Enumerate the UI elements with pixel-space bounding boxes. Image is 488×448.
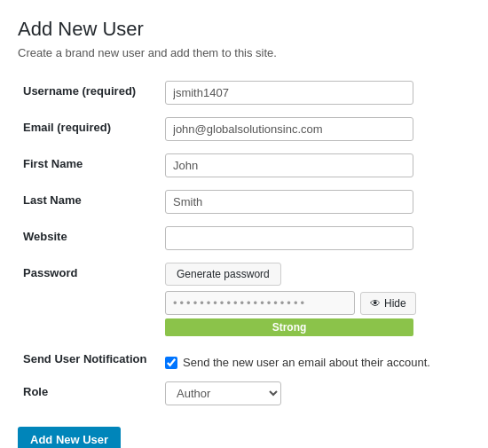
lastname-label: Last Name xyxy=(18,185,160,221)
username-row: Username (required) xyxy=(18,75,470,112)
website-input[interactable] xyxy=(165,226,413,250)
website-label: Website xyxy=(18,221,160,257)
add-new-user-button[interactable]: Add New User xyxy=(18,427,121,448)
username-input[interactable] xyxy=(165,81,413,105)
email-input[interactable] xyxy=(165,117,413,141)
email-input-cell xyxy=(160,112,470,148)
password-strength-bar: Strong xyxy=(165,318,413,336)
role-row: Role Subscriber Contributor Author Edito… xyxy=(18,376,470,413)
lastname-row: Last Name xyxy=(18,185,470,221)
role-input-cell: Subscriber Contributor Author Editor Adm… xyxy=(160,376,470,413)
email-row: Email (required) xyxy=(18,112,470,148)
firstname-label: First Name xyxy=(18,148,160,185)
eye-icon: 👁 xyxy=(370,297,381,310)
username-label: Username (required) xyxy=(18,75,160,112)
hide-button-label: Hide xyxy=(384,297,406,310)
lastname-input-cell xyxy=(160,185,470,221)
password-input-cell: Generate password 👁 Hide Strong xyxy=(160,257,470,343)
form-table: Username (required) Email (required) Fir… xyxy=(18,75,470,413)
generate-password-button[interactable]: Generate password xyxy=(165,263,281,286)
hide-password-button[interactable]: 👁 Hide xyxy=(360,292,416,315)
role-label: Role xyxy=(18,376,160,413)
password-row: Password Generate password 👁 Hide Strong xyxy=(18,257,470,343)
firstname-input-cell xyxy=(160,148,470,185)
page-title: Add New User xyxy=(18,18,470,41)
notification-checkbox-label[interactable]: Send the new user an email about their a… xyxy=(183,356,430,369)
notification-checkbox[interactable] xyxy=(165,357,177,369)
email-label: Email (required) xyxy=(18,112,160,148)
website-input-cell xyxy=(160,221,470,257)
website-row: Website xyxy=(18,221,470,257)
username-input-cell xyxy=(160,75,470,112)
notification-row: Send User Notification Send the new user… xyxy=(18,343,470,376)
password-field-row: 👁 Hide xyxy=(165,291,465,315)
notification-checkbox-row: Send the new user an email about their a… xyxy=(165,349,465,369)
notification-input-cell: Send the new user an email about their a… xyxy=(160,343,470,376)
page-container: Add New User Create a brand new user and… xyxy=(0,0,488,448)
role-select[interactable]: Subscriber Contributor Author Editor Adm… xyxy=(165,381,281,405)
firstname-input[interactable] xyxy=(165,153,413,177)
notification-label: Send User Notification xyxy=(18,343,160,376)
firstname-row: First Name xyxy=(18,148,470,185)
password-input[interactable] xyxy=(165,291,355,315)
password-label: Password xyxy=(18,257,160,343)
page-subtitle: Create a brand new user and add them to … xyxy=(18,46,470,59)
lastname-input[interactable] xyxy=(165,190,413,214)
